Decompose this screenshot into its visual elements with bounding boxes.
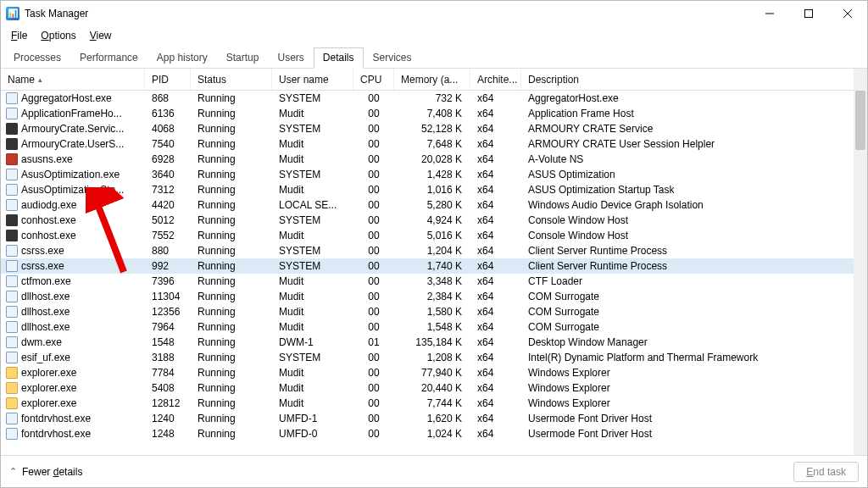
process-cpu: 00 xyxy=(353,367,394,379)
process-name: ArmouryCrate.Servic... xyxy=(21,123,124,135)
process-name: audiodg.exe xyxy=(21,199,76,211)
process-row[interactable]: dwm.exe1548RunningDWM-101135,184 Kx64Des… xyxy=(1,335,867,350)
process-row[interactable]: asusns.exe6928RunningMudit0020,028 Kx64A… xyxy=(1,152,867,167)
process-row[interactable]: csrss.exe880RunningSYSTEM001,204 Kx64Cli… xyxy=(1,243,867,258)
process-desc: COM Surrogate xyxy=(521,321,867,333)
process-user: Mudit xyxy=(272,291,353,302)
tab-app-history[interactable]: App history xyxy=(147,47,217,68)
header-status[interactable]: Status xyxy=(191,69,272,90)
process-cpu: 00 xyxy=(353,352,394,363)
process-row[interactable]: ApplicationFrameHo...6136RunningMudit007… xyxy=(1,106,867,121)
process-cpu: 00 xyxy=(353,138,394,150)
header-description[interactable]: Description xyxy=(521,69,867,90)
task-manager-window: Task Manager File Options View Processes… xyxy=(0,0,868,488)
process-icon xyxy=(6,123,18,135)
process-row[interactable]: AggregatorHost.exe868RunningSYSTEM00732 … xyxy=(1,91,867,106)
maximize-button[interactable] xyxy=(789,1,828,26)
process-name: conhost.exe xyxy=(21,214,76,226)
process-row[interactable]: dllhost.exe7964RunningMudit001,548 Kx64C… xyxy=(1,319,867,335)
process-row[interactable]: dllhost.exe12356RunningMudit001,580 Kx64… xyxy=(1,304,867,319)
process-row[interactable]: fontdrvhost.exe1248RunningUMFD-0001,024 … xyxy=(1,426,867,441)
process-arch: x64 xyxy=(470,260,521,272)
process-memory: 732 K xyxy=(394,92,470,104)
process-name: dllhost.exe xyxy=(21,291,70,302)
process-desc: Application Frame Host xyxy=(521,108,867,119)
process-pid: 7964 xyxy=(145,321,191,333)
process-status: Running xyxy=(191,138,272,150)
process-cpu: 00 xyxy=(353,214,394,226)
menu-options[interactable]: Options xyxy=(34,28,82,43)
process-cpu: 00 xyxy=(353,306,394,318)
process-arch: x64 xyxy=(470,123,521,135)
process-row[interactable]: ArmouryCrate.Servic...4068RunningSYSTEM0… xyxy=(1,121,867,136)
process-icon xyxy=(6,275,18,287)
process-row[interactable]: conhost.exe5012RunningSYSTEM004,924 Kx64… xyxy=(1,213,867,228)
tab-services[interactable]: Services xyxy=(364,47,421,68)
process-arch: x64 xyxy=(470,397,521,409)
process-row[interactable]: explorer.exe5408RunningMudit0020,440 Kx6… xyxy=(1,380,867,396)
process-user: Mudit xyxy=(272,138,353,150)
process-status: Running xyxy=(191,169,272,180)
header-arch[interactable]: Archite... xyxy=(470,69,521,90)
tab-performance[interactable]: Performance xyxy=(70,47,147,68)
process-pid: 1248 xyxy=(145,428,191,440)
process-icon xyxy=(6,260,18,272)
process-desc: Client Server Runtime Process xyxy=(521,260,867,272)
process-row[interactable]: audiodg.exe4420RunningLOCAL SE...005,280… xyxy=(1,197,867,213)
process-user: Mudit xyxy=(272,382,353,394)
end-task-button[interactable]: End task xyxy=(793,462,859,482)
process-user: SYSTEM xyxy=(272,214,353,226)
process-row[interactable]: conhost.exe7552RunningMudit005,016 Kx64C… xyxy=(1,228,867,243)
process-pid: 5408 xyxy=(145,382,191,394)
process-user: SYSTEM xyxy=(272,352,353,363)
process-memory: 3,348 K xyxy=(394,275,470,287)
process-row[interactable]: AsusOptimization.exe3640RunningSYSTEM001… xyxy=(1,167,867,182)
menu-view[interactable]: View xyxy=(83,28,119,43)
process-row[interactable]: explorer.exe12812RunningMudit007,744 Kx6… xyxy=(1,396,867,411)
process-desc: ASUS Optimization Startup Task xyxy=(521,184,867,196)
process-desc: ARMOURY CRATE User Session Helpler xyxy=(521,138,867,150)
process-name: ArmouryCrate.UserS... xyxy=(21,138,124,150)
header-pid[interactable]: PID xyxy=(145,69,191,90)
process-arch: x64 xyxy=(470,153,521,165)
tab-users[interactable]: Users xyxy=(268,47,313,68)
process-icon xyxy=(6,108,18,119)
header-user[interactable]: User name xyxy=(272,69,353,90)
process-row[interactable]: esif_uf.exe3188RunningSYSTEM001,208 Kx64… xyxy=(1,350,867,365)
header-memory[interactable]: Memory (a... xyxy=(394,69,470,90)
menu-file[interactable]: File xyxy=(4,28,34,43)
process-memory: 1,740 K xyxy=(394,260,470,272)
tab-processes[interactable]: Processes xyxy=(4,47,70,68)
process-memory: 77,940 K xyxy=(394,367,470,379)
process-desc: ARMOURY CRATE Service xyxy=(521,123,867,135)
process-user: SYSTEM xyxy=(272,260,353,272)
scroll-thumb[interactable] xyxy=(855,91,865,150)
process-row[interactable]: explorer.exe7784RunningMudit0077,940 Kx6… xyxy=(1,365,867,380)
close-button[interactable] xyxy=(828,1,867,26)
process-name: dllhost.exe xyxy=(21,306,70,318)
minimize-button[interactable] xyxy=(750,1,789,26)
process-row[interactable]: dllhost.exe11304RunningMudit002,384 Kx64… xyxy=(1,289,867,304)
process-icon xyxy=(6,92,18,104)
vertical-scrollbar[interactable] xyxy=(854,69,867,455)
process-row[interactable]: fontdrvhost.exe1240RunningUMFD-1001,620 … xyxy=(1,411,867,426)
process-row[interactable]: AsusOptimizationSta...7312RunningMudit00… xyxy=(1,182,867,197)
process-status: Running xyxy=(191,291,272,302)
process-row[interactable]: ArmouryCrate.UserS...7540RunningMudit007… xyxy=(1,136,867,152)
fewer-details-toggle[interactable]: ⌃ Fewer details xyxy=(9,466,82,478)
process-arch: x64 xyxy=(470,275,521,287)
tab-startup[interactable]: Startup xyxy=(217,47,269,68)
header-name[interactable]: Name▴ xyxy=(1,69,145,90)
process-status: Running xyxy=(191,153,272,165)
titlebar[interactable]: Task Manager xyxy=(1,1,867,26)
process-cpu: 00 xyxy=(353,260,394,272)
process-row[interactable]: ctfmon.exe7396RunningMudit003,348 Kx64CT… xyxy=(1,274,867,289)
process-arch: x64 xyxy=(470,321,521,333)
process-pid: 6928 xyxy=(145,153,191,165)
process-row[interactable]: csrss.exe992RunningSYSTEM001,740 Kx64Cli… xyxy=(1,258,867,274)
tab-details[interactable]: Details xyxy=(314,47,364,69)
header-cpu[interactable]: CPU xyxy=(353,69,394,90)
process-pid: 6136 xyxy=(145,108,191,119)
process-cpu: 00 xyxy=(353,230,394,241)
process-memory: 5,280 K xyxy=(394,199,470,211)
